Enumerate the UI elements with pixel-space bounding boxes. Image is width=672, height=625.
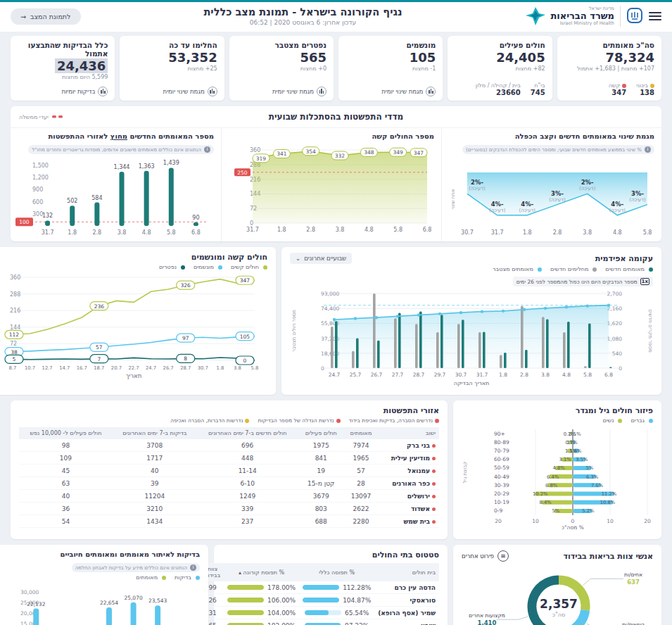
svg-text:4.8: 4.8 (364, 227, 374, 233)
gov-target-legend: יעדי ממשלה (19, 114, 63, 120)
table-cell: 1249 (197, 490, 298, 503)
table-cell: 237 (197, 515, 298, 528)
table-cell: 1434 (113, 515, 197, 528)
column-header[interactable]: % תפוסה כללי (299, 563, 374, 581)
legend-dot-icon (245, 419, 249, 423)
column-header[interactable]: חולים פעילים ל- 10,000 נפש (19, 427, 113, 439)
page-title: נגיף הקורונה בישראל - תמונת מצב כללית (203, 6, 402, 18)
svg-text:1,620: 1,620 (607, 320, 623, 327)
epidemic-chart: 018,60037,20055,80074,40093,00005401,080… (290, 286, 653, 389)
svg-text:90: 90 (192, 215, 199, 221)
svg-text:349: 349 (393, 149, 404, 156)
others-detail-button[interactable]: ≡פירוט אחרים (462, 550, 509, 562)
svg-text:348: 348 (364, 149, 374, 156)
chart-svg: 018,60037,20055,80074,40093,00005401,080… (290, 286, 653, 386)
info-icon[interactable]: i (204, 146, 210, 153)
svg-text:+90: +90 (494, 431, 505, 437)
table-cell: 109 (19, 452, 113, 465)
kpi-value: 565 (236, 50, 327, 65)
svg-text:(דעיכה): (דעיכה) (489, 208, 506, 213)
table-cell: 841 (298, 452, 344, 465)
status-picture-button[interactable]: לתמונת המצב → (11, 8, 81, 25)
table-row[interactable]: ירושלים 13097367912491120440 (19, 490, 439, 503)
table-cell: 3679 (298, 490, 344, 503)
column-header[interactable]: % תפוסת קורונה ▴ (224, 563, 299, 581)
svg-text:2,700: 2,700 (607, 291, 623, 297)
column-header[interactable]: חולים חדשים ב-7 ימים האחרונים (197, 427, 298, 439)
svg-text:מספר חולים מצטבר: מספר חולים מצטבר (291, 310, 297, 352)
chart-legend: גבריםנשים (462, 417, 653, 424)
brand-area: מדינת ישראל משרד הבריאות Israel Ministry… (525, 6, 661, 27)
svg-text:900: 900 (32, 187, 43, 193)
table-row[interactable]: בית שמש 2280688237143454 (19, 515, 439, 528)
svg-text:4.8: 4.8 (613, 229, 622, 236)
svg-text:7: 7 (97, 356, 101, 362)
svg-text:250: 250 (237, 170, 248, 176)
table-row[interactable]: כפר האורנים 28קטן מ-156-103963 (19, 477, 439, 490)
table-row[interactable]: שיבא 97.22% 102.00% 65 (201, 619, 439, 625)
svg-text:מקצועות אחרים: מקצועות אחרים (469, 612, 505, 619)
legend-dot-icon (263, 265, 267, 270)
kpi-trend-link[interactable]: מגמת שינוי יומית (345, 87, 436, 96)
kpi-card: החלימו עד כה 53,352 25+ מחצות מגמת שינוי… (120, 36, 224, 101)
table-row[interactable]: מודיעין עילית 19658414481717109 (19, 452, 439, 465)
column-header[interactable]: מאומתים (344, 427, 378, 439)
svg-text:5.2%: 5.2% (582, 508, 595, 514)
svg-text:(דעיכה): (דעיכה) (549, 197, 566, 203)
weekly-spread-section: מדדי התפשטות בהסתכלות שבועית יעדי ממשלה … (11, 106, 661, 241)
kpi-trend-link[interactable]: בדיקות יומיות (18, 87, 108, 96)
svg-text:1.8: 1.8 (499, 372, 507, 378)
column-header[interactable]: ישוב (378, 427, 439, 439)
menu-icon[interactable] (649, 12, 661, 20)
svg-text:5.8: 5.8 (643, 229, 652, 236)
svg-text:600: 600 (32, 199, 43, 206)
info-icon[interactable]: i (190, 564, 196, 571)
svg-text:10.7: 10.7 (25, 365, 35, 371)
table-cell: 63 (19, 477, 113, 490)
svg-text:6.4%: 6.4% (547, 474, 559, 480)
column-header[interactable]: בית חולים (374, 563, 439, 581)
table-row[interactable]: סוראסקי 104.87% 106.00% 26 (201, 594, 439, 607)
table-row[interactable]: שמיר (אסף הרופא) 65.54% 104.00% 31 (201, 607, 439, 619)
table-cell: 13097 (344, 490, 378, 503)
chart-svg: 2,357סה"כאחים/ות637רופאים/ות310מקצועות א… (462, 562, 653, 625)
table-row[interactable]: עמנואל 571911-144045 (19, 465, 439, 477)
table-row[interactable]: אשדוד 2622803339321036 (19, 503, 439, 515)
svg-text:30,000: 30,000 (20, 589, 39, 595)
svg-text:341: 341 (277, 151, 287, 157)
svg-text:540: 540 (612, 351, 623, 357)
kpi-trend-link[interactable]: מגמת שינוי יומית (236, 87, 327, 96)
chart-svg: -2%(דעיכה)30.7-4%(דעיכה)31.7-4%(דעיכה)1.… (449, 154, 654, 236)
svg-text:-3%: -3% (631, 190, 644, 197)
svg-text:0.2%: 0.2% (564, 431, 576, 437)
period-dropdown[interactable]: שבועיים אחרונים⌄ (290, 253, 352, 264)
table-cell: 45 (19, 465, 113, 477)
table-row[interactable]: הדסה עין כרם 112.28% 178.00% 99 (201, 581, 439, 594)
staff-donut-chart: 2,357סה"כאחים/ות637רופאים/ות310מקצועות א… (462, 562, 653, 625)
svg-text:6.8: 6.8 (191, 229, 201, 236)
info-note: iהנתונים אינם כוללים מידע על בדיקות לאבח… (72, 563, 200, 572)
info-icon[interactable]: i (645, 146, 651, 153)
svg-text:-4%: -4% (491, 201, 504, 208)
svg-text:26.7: 26.7 (371, 372, 383, 378)
chart-svg: 05,00010,00015,00020,00025,00030,00022,1… (0, 581, 200, 625)
kpi-substat: בינוני 138 (636, 82, 654, 96)
age-gender-panel: פיזור חולים גיל ומגדר גבריםנשים 20100102… (453, 400, 661, 539)
column-header[interactable]: בדיקות ב-7 ימים האחרונים (113, 427, 197, 439)
spread-section-title: מדדי התפשטות בהסתכלות שבועית (269, 112, 403, 122)
table-row[interactable]: בני ברק 79741975696370898 (19, 439, 439, 452)
legend-dot-icon (181, 265, 185, 270)
occupancy-value: 104.87% (343, 597, 371, 604)
table-cell: 448 (197, 452, 298, 465)
kpi-title: חולים פעילים (455, 41, 545, 49)
kpi-trend-link[interactable]: מגמת שינוי יומית (127, 87, 217, 96)
column-header[interactable]: חולים פעילים (298, 427, 344, 439)
svg-text:57: 57 (96, 344, 103, 351)
svg-text:105: 105 (240, 334, 251, 340)
chart-svg: 07214421628836025031931.73411.83542.8332… (229, 140, 434, 233)
svg-text:0: 0 (619, 365, 622, 372)
svg-text:29.7: 29.7 (434, 372, 446, 378)
svg-text:5.8: 5.8 (393, 227, 402, 233)
legend-dot-icon (592, 267, 597, 272)
svg-text:5%: 5% (586, 465, 594, 471)
